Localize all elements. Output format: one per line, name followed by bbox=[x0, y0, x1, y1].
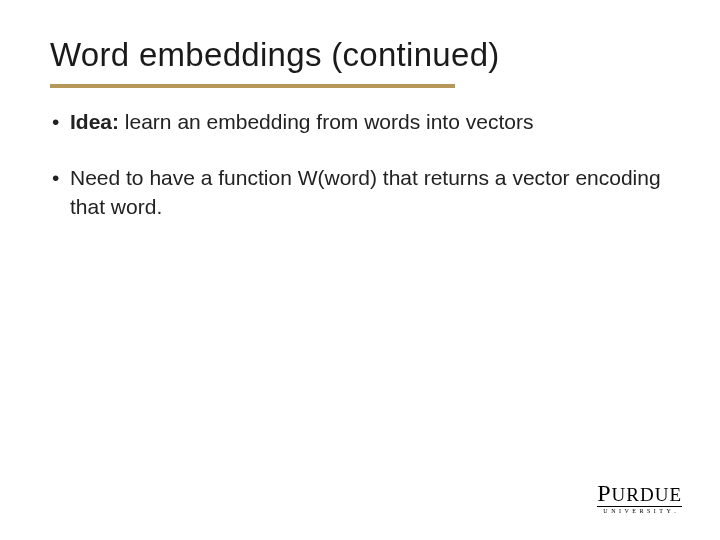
list-item: Need to have a function W(word) that ret… bbox=[50, 164, 670, 221]
title-underline bbox=[50, 84, 455, 88]
bullet-list: Idea: learn an embedding from words into… bbox=[50, 108, 670, 221]
slide-title: Word embeddings (continued) bbox=[50, 36, 670, 74]
purdue-logo: PURDUE UNIVERSITY. bbox=[597, 481, 682, 514]
list-item: Idea: learn an embedding from words into… bbox=[50, 108, 670, 136]
bullet-lead: Idea: bbox=[70, 110, 119, 133]
slide: Word embeddings (continued) Idea: learn … bbox=[0, 0, 720, 540]
logo-subtext: UNIVERSITY. bbox=[597, 508, 682, 514]
logo-divider bbox=[597, 506, 682, 507]
logo-wordmark: PURDUE bbox=[597, 481, 682, 505]
bullet-text: Need to have a function W(word) that ret… bbox=[70, 166, 661, 217]
bullet-text: learn an embedding from words into vecto… bbox=[119, 110, 533, 133]
